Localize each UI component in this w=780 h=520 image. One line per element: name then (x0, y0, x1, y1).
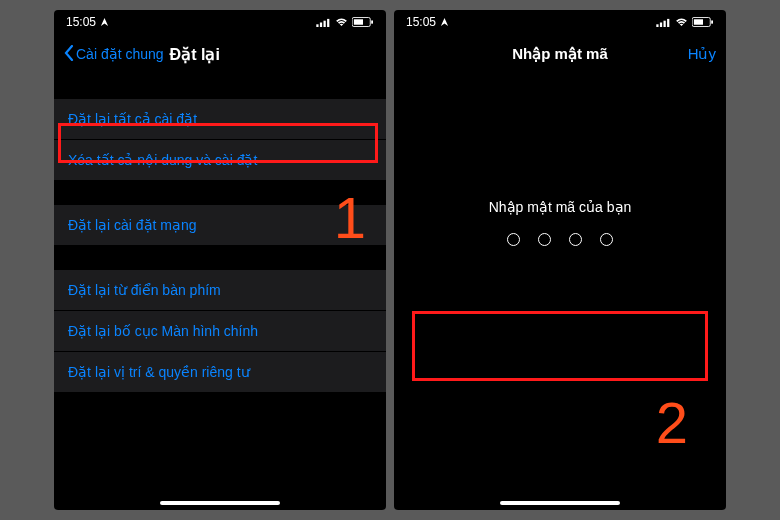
page-title: Nhập mật mã (512, 45, 608, 63)
annotation-step-1: 1 (334, 184, 366, 251)
wifi-icon (335, 18, 348, 27)
svg-rect-12 (694, 19, 703, 24)
signal-icon (316, 18, 331, 27)
passcode-dot (600, 233, 613, 246)
back-button[interactable]: Cài đặt chung (64, 45, 164, 64)
location-icon (440, 18, 449, 27)
erase-all-content-row[interactable]: Xóa tất cả nội dung và cài đặt (54, 140, 386, 180)
status-time: 15:05 (406, 15, 436, 29)
annotation-step-2: 2 (656, 389, 688, 456)
svg-rect-5 (354, 19, 363, 24)
reset-keyboard-row[interactable]: Đặt lại từ điển bàn phím (54, 270, 386, 311)
svg-rect-9 (664, 20, 666, 26)
cancel-button[interactable]: Hủy (688, 45, 716, 63)
chevron-left-icon (64, 45, 74, 64)
passcode-prompt: Nhập mật mã của bạn (394, 199, 726, 215)
passcode-dots[interactable] (394, 233, 726, 246)
status-bar: 15:05 (394, 10, 726, 34)
svg-rect-13 (711, 20, 713, 24)
reset-all-settings-row[interactable]: Đặt lại tất cả cài đặt (54, 99, 386, 140)
reset-home-layout-row[interactable]: Đặt lại bố cục Màn hình chính (54, 311, 386, 352)
svg-rect-1 (320, 22, 322, 27)
location-icon (100, 18, 109, 27)
passcode-dot (569, 233, 582, 246)
svg-rect-0 (316, 24, 318, 27)
status-time: 15:05 (66, 15, 96, 29)
passcode-dot (507, 233, 520, 246)
wifi-icon (675, 18, 688, 27)
svg-rect-3 (327, 18, 329, 26)
battery-icon (352, 17, 374, 27)
page-title: Đặt lại (170, 45, 220, 64)
annotation-highlight-2 (412, 311, 708, 381)
svg-rect-10 (667, 18, 669, 26)
svg-rect-2 (324, 20, 326, 26)
home-indicator[interactable] (160, 501, 280, 505)
back-label: Cài đặt chung (76, 46, 164, 62)
svg-rect-8 (660, 22, 662, 27)
svg-rect-7 (656, 24, 658, 27)
signal-icon (656, 18, 671, 27)
home-indicator[interactable] (500, 501, 620, 505)
phone-screenshot-2: 15:05 Nhập mật mã Hủy Nhập mật mã của bạ… (394, 10, 726, 510)
passcode-dot (538, 233, 551, 246)
battery-icon (692, 17, 714, 27)
status-bar: 15:05 (54, 10, 386, 34)
nav-bar: Nhập mật mã Hủy (394, 34, 726, 74)
nav-bar: Cài đặt chung Đặt lại (54, 34, 386, 74)
passcode-entry: Nhập mật mã của bạn (394, 199, 726, 246)
svg-rect-6 (371, 20, 373, 24)
reset-location-privacy-row[interactable]: Đặt lại vị trí & quyền riêng tư (54, 352, 386, 392)
phone-screenshot-1: 15:05 Cài đặt chung Đặt (54, 10, 386, 510)
